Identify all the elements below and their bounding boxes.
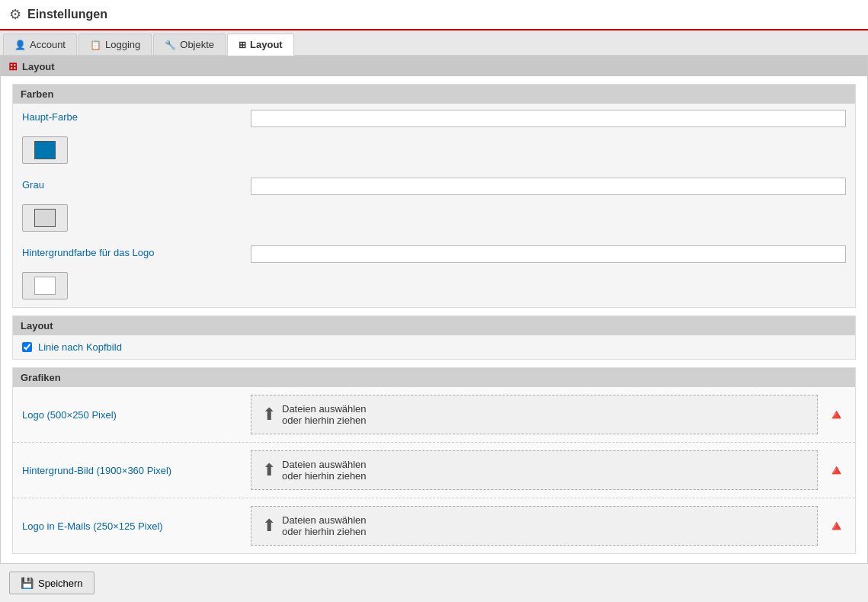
hintergrund-picker-button[interactable]	[22, 272, 68, 299]
logo-email-upload-line2: oder hierhin ziehen	[282, 526, 367, 537]
layout-subsection-title: Layout	[13, 316, 855, 335]
linie-checkbox[interactable]	[22, 342, 32, 352]
hintergrund-value: #ffffff	[251, 245, 846, 263]
logo-email-label: Logo in E-Mails (250×125 Pixel)	[22, 520, 251, 532]
logo-delete-icon[interactable]: 🔺	[827, 405, 846, 424]
haupt-farbe-picker-row	[13, 133, 855, 171]
haupt-farbe-input[interactable]: #0076b0	[251, 110, 846, 127]
hintergrund-input[interactable]: #ffffff	[251, 245, 846, 263]
hintergrundbild-upload-line1: Dateien auswählen	[282, 459, 367, 470]
hintergrundbild-label: Hintergrund-Bild (1900×360 Pixel)	[22, 465, 251, 476]
logo-email-upload-line1: Dateien auswählen	[282, 514, 367, 526]
haupt-farbe-picker-button[interactable]	[22, 136, 68, 164]
tab-bar: 👤 Account 📋 Logging 🔧 Objekte ⊞ Layout	[0, 30, 868, 56]
layout-section-icon: ⊞	[8, 60, 18, 72]
logo-row: Logo (500×250 Pixel) ⬆ Dateien auswählen…	[13, 387, 855, 443]
logo-email-delete-icon[interactable]: 🔺	[827, 517, 846, 535]
logo-label: Logo (500×250 Pixel)	[22, 409, 251, 421]
grau-label: Grau	[22, 178, 251, 191]
footer: 💾 Speichern	[0, 563, 868, 602]
grau-value	[251, 178, 846, 195]
logo-upload-line1: Dateien auswählen	[282, 403, 367, 415]
tab-account[interactable]: 👤 Account	[3, 34, 77, 55]
farben-title: Farben	[13, 85, 855, 104]
tab-layout-label: Layout	[250, 39, 283, 50]
linie-checkbox-row: Linie nach Kopfbild	[13, 335, 855, 359]
grafiken-title: Grafiken	[13, 368, 855, 387]
account-tab-icon: 👤	[14, 40, 26, 50]
grau-picker-button[interactable]	[22, 204, 68, 232]
logging-tab-icon: 📋	[90, 40, 101, 50]
page-heading: Einstellungen	[27, 8, 107, 21]
logo-upload-line2: oder hierhin ziehen	[282, 415, 367, 426]
hintergrundbild-upload-text: Dateien auswählen oder hierhin ziehen	[282, 459, 367, 482]
save-button[interactable]: 💾 Speichern	[9, 572, 94, 594]
hintergrundbild-delete-icon[interactable]: 🔺	[827, 461, 846, 479]
grafiken-subsection: Grafiken Logo (500×250 Pixel) ⬆ Dateien …	[12, 367, 856, 554]
haupt-farbe-color-square	[34, 141, 56, 159]
hintergrund-picker-row	[13, 269, 855, 307]
hintergrundbild-upload-line2: oder hierhin ziehen	[282, 470, 367, 482]
farben-subsection: Farben Haupt-Farbe #0076b0 Grau	[12, 84, 856, 308]
tab-layout[interactable]: ⊞ Layout	[227, 34, 294, 56]
hintergrundbild-upload-area[interactable]: ⬆ Dateien auswählen oder hierhin ziehen	[251, 450, 818, 490]
layout-section-header: ⊞ Layout	[1, 56, 867, 76]
layout-subsection: Layout Linie nach Kopfbild	[12, 315, 856, 360]
logo-upload-area[interactable]: ⬆ Dateien auswählen oder hierhin ziehen	[251, 395, 818, 434]
linie-label[interactable]: Linie nach Kopfbild	[38, 341, 122, 353]
layout-tab-icon: ⊞	[239, 40, 246, 50]
hintergrundbild-row: Hintergrund-Bild (1900×360 Pixel) ⬆ Date…	[13, 443, 855, 498]
hintergrund-color-square	[34, 277, 56, 295]
logo-email-upload-icon: ⬆	[262, 516, 276, 536]
logo-email-row: Logo in E-Mails (250×125 Pixel) ⬆ Dateie…	[13, 498, 855, 553]
grau-color-square	[34, 209, 56, 227]
logo-upload-text: Dateien auswählen oder hierhin ziehen	[282, 403, 367, 426]
grau-input[interactable]	[251, 178, 846, 195]
haupt-farbe-value: #0076b0	[251, 110, 846, 127]
objekte-tab-icon: 🔧	[165, 40, 176, 50]
settings-icon: ⚙	[9, 6, 21, 23]
layout-section-title: Layout	[22, 61, 55, 72]
logo-upload-icon: ⬆	[262, 405, 276, 424]
logo-email-upload-area[interactable]: ⬆ Dateien auswählen oder hierhin ziehen	[251, 506, 818, 546]
hintergrund-row: Hintergrundfarbe für das Logo #ffffff	[13, 239, 855, 269]
tab-logging-label: Logging	[105, 39, 140, 50]
grau-row: Grau	[13, 171, 855, 201]
haupt-farbe-label: Haupt-Farbe	[22, 110, 251, 123]
tab-objekte[interactable]: 🔧 Objekte	[153, 34, 226, 55]
save-label: Speichern	[38, 578, 83, 589]
grau-picker-row	[13, 201, 855, 239]
hintergrundbild-upload-icon: ⬆	[262, 460, 276, 480]
tab-objekte-label: Objekte	[180, 39, 214, 50]
haupt-farbe-row: Haupt-Farbe #0076b0	[13, 104, 855, 133]
save-icon: 💾	[21, 577, 34, 589]
tab-logging[interactable]: 📋 Logging	[78, 34, 152, 55]
hintergrund-label: Hintergrundfarbe für das Logo	[22, 245, 251, 258]
tab-account-label: Account	[30, 39, 66, 50]
logo-email-upload-text: Dateien auswählen oder hierhin ziehen	[282, 514, 367, 537]
